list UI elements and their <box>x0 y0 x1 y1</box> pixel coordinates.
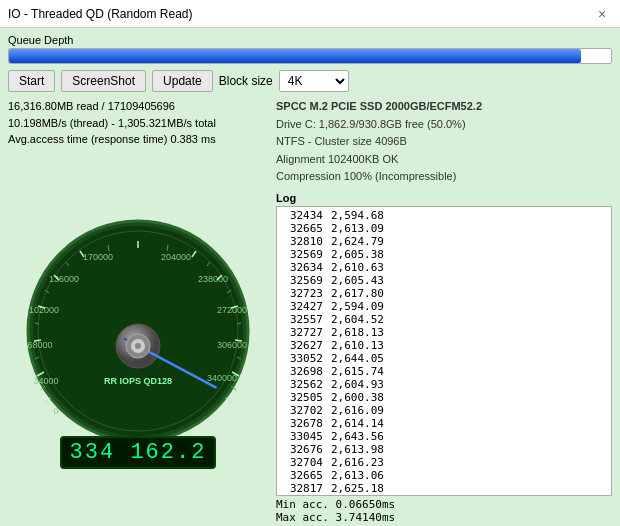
drive-line3: Alignment 102400KB OK <box>276 151 612 169</box>
update-button[interactable]: Update <box>152 70 213 92</box>
drive-info: SPCC M.2 PCIE SSD 2000GB/ECFM52.2 Drive … <box>276 98 612 186</box>
log-row: 324272,594.09 <box>281 300 607 313</box>
drive-line1: Drive C: 1,862.9/930.8GB free (50.0%) <box>276 116 612 134</box>
log-row: 330452,643.56 <box>281 430 607 443</box>
log-row: 327272,618.13 <box>281 326 607 339</box>
svg-line-24 <box>235 340 242 341</box>
drive-line2: NTFS - Cluster size 4096B <box>276 133 612 151</box>
svg-text:0: 0 <box>53 406 58 416</box>
log-row: 327232,617.80 <box>281 287 607 300</box>
block-size-label: Block size <box>219 74 273 88</box>
svg-text:238000: 238000 <box>198 274 228 284</box>
queue-bar-fill <box>9 49 581 63</box>
block-size-select[interactable]: 4K 512B 1K 2K 8K 16K 32K 64K 128K <box>279 70 349 92</box>
log-row: 326782,614.14 <box>281 417 607 430</box>
log-row: 326342,610.63 <box>281 261 607 274</box>
log-footer2: Max acc. 3.74140ms <box>276 511 612 524</box>
digital-display: 334 162.2 <box>60 436 217 469</box>
log-row: 326272,610.13 <box>281 339 607 352</box>
svg-text:RR IOPS QD128: RR IOPS QD128 <box>104 376 172 386</box>
log-footer1: Min acc. 0.06650ms <box>276 498 612 511</box>
svg-text:136000: 136000 <box>49 274 79 284</box>
log-container[interactable]: 324342,594.68326652,613.09328102,624.793… <box>276 206 612 496</box>
svg-text:102000: 102000 <box>29 305 59 315</box>
window-title: IO - Threaded QD (Random Read) <box>8 7 193 21</box>
svg-text:340000: 340000 <box>207 373 237 383</box>
svg-text:272000: 272000 <box>217 305 247 315</box>
log-row: 328172,625.18 <box>281 482 607 495</box>
log-row: 326652,613.09 <box>281 222 607 235</box>
log-row: 327022,616.09 <box>281 404 607 417</box>
log-row: 325692,605.38 <box>281 248 607 261</box>
stats-line3: Avg.access time (response time) 0.383 ms <box>8 131 268 148</box>
drive-line4: Compression 100% (Incompressible) <box>276 168 612 186</box>
log-row: 326652,613.06 <box>281 469 607 482</box>
main-container: Queue Depth Start ScreenShot Update Bloc… <box>0 28 620 526</box>
stats-line2: 10.198MB/s (thread) - 1,305.321MB/s tota… <box>8 115 268 132</box>
screenshot-button[interactable]: ScreenShot <box>61 70 146 92</box>
svg-line-14 <box>44 398 50 404</box>
stats-line1: 16,316.80MB read / 17109405696 <box>8 98 268 115</box>
svg-line-26 <box>226 398 232 404</box>
svg-text:170000: 170000 <box>83 252 113 262</box>
controls-row: Start ScreenShot Update Block size 4K 51… <box>8 70 612 92</box>
svg-point-45 <box>135 343 141 349</box>
drive-title: SPCC M.2 PCIE SSD 2000GB/ECFM52.2 <box>276 98 612 116</box>
log-label: Log <box>276 192 612 204</box>
start-button[interactable]: Start <box>8 70 55 92</box>
log-row: 326762,613.98 <box>281 443 607 456</box>
svg-line-16 <box>34 340 41 341</box>
svg-text:306000: 306000 <box>217 340 247 350</box>
log-row: 325692,605.43 <box>281 274 607 287</box>
title-bar: IO - Threaded QD (Random Read) × <box>0 0 620 28</box>
log-row: 326982,615.74 <box>281 365 607 378</box>
right-panel: SPCC M.2 PCIE SSD 2000GB/ECFM52.2 Drive … <box>276 98 612 524</box>
content-area: 16,316.80MB read / 17109405696 10.198MB/… <box>8 98 612 524</box>
svg-text:34000: 34000 <box>33 376 58 386</box>
stats-text: 16,316.80MB read / 17109405696 10.198MB/… <box>8 98 268 148</box>
left-panel: 16,316.80MB read / 17109405696 10.198MB/… <box>8 98 268 524</box>
log-row: 328102,624.79 <box>281 235 607 248</box>
queue-depth-label: Queue Depth <box>8 34 612 46</box>
log-row: 325052,600.38 <box>281 391 607 404</box>
log-row: 327042,616.23 <box>281 456 607 469</box>
log-row: 330522,644.05 <box>281 352 607 365</box>
speedometer-container: 0 34000 68000 102000 136000 170000 20400… <box>8 152 268 525</box>
log-row: 325572,604.52 <box>281 313 607 326</box>
log-footer: Min acc. 0.06650ms Max acc. 3.74140ms <box>276 498 612 524</box>
log-row: 325622,604.93 <box>281 378 607 391</box>
queue-bar-track <box>8 48 612 64</box>
close-button[interactable]: × <box>592 4 612 24</box>
speedometer-svg: 0 34000 68000 102000 136000 170000 20400… <box>18 206 258 446</box>
queue-depth-section: Queue Depth <box>8 34 612 64</box>
log-row: 324342,594.68 <box>281 209 607 222</box>
svg-text:68000: 68000 <box>27 340 52 350</box>
svg-text:204000: 204000 <box>161 252 191 262</box>
